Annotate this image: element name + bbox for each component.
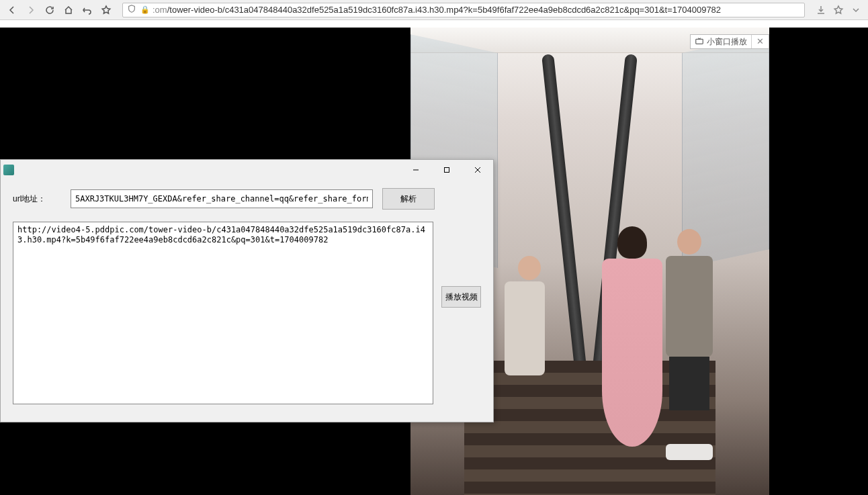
url-label: url地址： <box>13 193 61 205</box>
play-video-button[interactable]: 播放视频 <box>441 286 481 308</box>
svg-rect-0 <box>696 39 703 44</box>
star-icon[interactable] <box>101 5 112 15</box>
url-parser-dialog: url地址： 解析 播放视频 <box>0 159 494 422</box>
browser-toolbar: 🔒 :om/tower-video-b/c431a047848440a32dfe… <box>0 0 868 20</box>
pip-badge: 小窗口播放 ✕ <box>690 34 769 49</box>
figure-person-right <box>659 229 720 478</box>
lock-icon: 🔒 <box>140 5 150 14</box>
content-area: 小窗口播放 ✕ url地址： 解析 <box>0 20 868 495</box>
bookmark-star-icon[interactable] <box>833 5 844 15</box>
nav-icons <box>3 5 116 15</box>
window-controls <box>400 160 493 180</box>
url-input-row: url地址： 解析 <box>13 188 481 210</box>
content-top-strip <box>0 20 868 28</box>
result-row: 播放视频 <box>13 222 481 404</box>
figure-person-center <box>599 229 666 484</box>
back-icon[interactable] <box>7 5 17 15</box>
parse-button[interactable]: 解析 <box>382 188 435 210</box>
video-letterbox-right <box>769 28 868 495</box>
app-icon <box>3 165 14 175</box>
undo-icon[interactable] <box>82 5 93 15</box>
dialog-body: url地址： 解析 播放视频 <box>1 180 493 412</box>
result-textarea[interactable] <box>13 222 433 404</box>
url-input[interactable] <box>71 189 373 208</box>
minimize-button[interactable] <box>400 160 431 180</box>
home-icon[interactable] <box>63 5 74 15</box>
address-bar[interactable]: 🔒 :om/tower-video-b/c431a047848440a32dfe… <box>122 3 805 17</box>
url-path: /tower-video-b/c431a047848440a32dfe525a1… <box>167 5 721 15</box>
toolbar-right-icons <box>812 5 865 15</box>
download-icon[interactable] <box>816 5 826 15</box>
dialog-titlebar[interactable] <box>1 160 493 180</box>
pip-label[interactable]: 小窗口播放 <box>707 36 751 48</box>
url-domain: :om <box>153 5 167 15</box>
tv-icon <box>691 36 707 48</box>
shield-icon <box>127 4 136 15</box>
chevron-down-icon[interactable] <box>851 5 861 15</box>
maximize-button[interactable] <box>431 160 462 180</box>
forward-icon[interactable] <box>26 5 36 15</box>
svg-rect-2 <box>445 168 449 173</box>
reload-icon[interactable] <box>44 5 55 15</box>
pip-close-button[interactable]: ✕ <box>751 35 769 48</box>
figure-person-left <box>505 256 558 457</box>
close-button[interactable] <box>462 160 493 180</box>
